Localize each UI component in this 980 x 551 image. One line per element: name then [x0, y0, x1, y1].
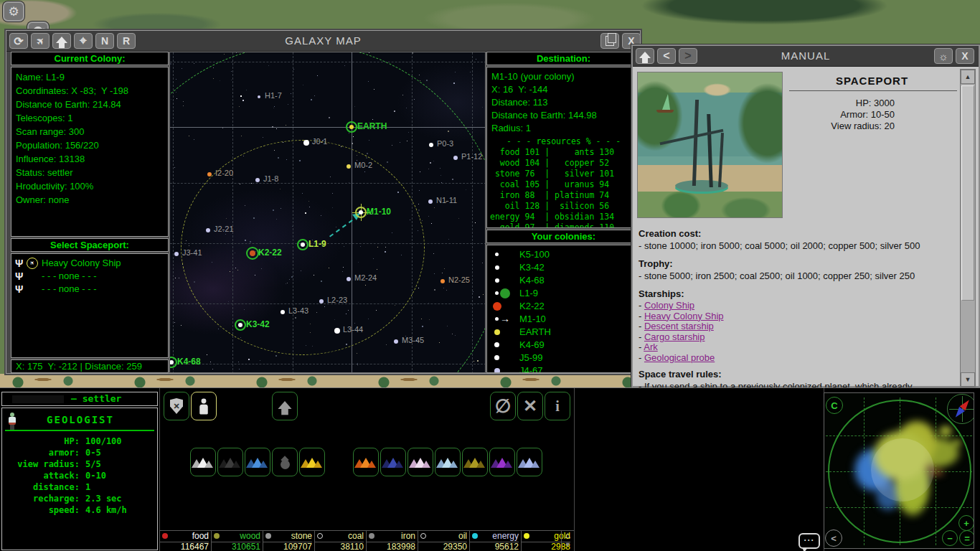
rotate-view-button[interactable]: ⟳	[9, 33, 28, 49]
colony-list-item[interactable]: EARTH	[487, 326, 640, 339]
unit-header-strip: – settler	[1, 392, 158, 406]
destination-info-line: Distance: 113	[487, 96, 640, 109]
names-toggle-button[interactable]: N	[95, 33, 114, 49]
colony-list-item[interactable]: J5-99	[487, 352, 640, 364]
cancel-order-button[interactable]: ∅	[490, 392, 516, 420]
minimap-zoom-out-button[interactable]: −	[942, 530, 958, 546]
star-system-dot	[258, 95, 260, 98]
resource-cell-coal: coal38110	[314, 531, 366, 551]
home-view-button[interactable]	[52, 33, 71, 49]
star	[182, 68, 182, 69]
ranges-toggle-button[interactable]: R	[117, 33, 136, 49]
map-label-i2-20: I2-20	[215, 169, 233, 177]
close-manual-button[interactable]: X	[956, 48, 974, 64]
goto-ship-button[interactable]: ✈	[31, 33, 50, 49]
scroll-down-button[interactable]: ▼	[961, 372, 975, 387]
colony-list-item[interactable]: L1-9	[487, 287, 640, 300]
manual-link-descent-starship[interactable]: Descent starship	[644, 321, 714, 331]
scroll-thumb[interactable]	[961, 85, 974, 301]
chat-button[interactable]: ···	[798, 533, 820, 549]
link-prefix: -	[639, 311, 644, 321]
unit-mode-button[interactable]	[191, 392, 217, 420]
crosshair-icon: ⌖	[80, 34, 87, 48]
minimap-zoom-in-button[interactable]: +	[958, 515, 974, 531]
deposit-button-1-3[interactable]	[245, 448, 270, 476]
restore-window-button[interactable]	[600, 33, 619, 49]
deposit-button-2-1[interactable]	[353, 448, 379, 476]
stat-value: 0-10	[80, 470, 106, 481]
manual-back-button[interactable]: <	[657, 48, 676, 64]
resource-label: wood	[240, 531, 260, 541]
scroll-up-button[interactable]: ▲	[961, 70, 975, 84]
settings-button[interactable]: ⚙	[3, 1, 24, 22]
dismiss-button[interactable]: ✕	[517, 392, 543, 420]
map-label-m3-45: M3-45	[402, 336, 424, 344]
mountains-icon	[301, 453, 324, 471]
colony-list-item[interactable]: →M1-10	[487, 313, 640, 326]
spaceport-slot-2[interactable]: Ψ- - - none - - -	[11, 270, 168, 283]
colony-list-item[interactable]: J4-67	[487, 364, 640, 373]
manual-window-titlebar[interactable]: MANUAL < > ☼ X	[633, 46, 979, 67]
resource-dot-iron	[369, 533, 374, 539]
resource-bar-scroll[interactable]: △ ▼	[561, 530, 574, 551]
colony-list-item[interactable]: K3-42	[487, 261, 640, 274]
manual-link-colony-ship[interactable]: Colony Ship	[644, 300, 694, 311]
triangle-up-icon[interactable]: △	[562, 530, 574, 540]
mountains-icon	[436, 453, 459, 471]
deposit-button-1-2[interactable]	[217, 448, 243, 476]
resource-cell-stone: stone109707	[263, 531, 314, 551]
manual-home-button[interactable]	[636, 48, 654, 64]
manual-link-cargo-starship[interactable]: Cargo starship	[644, 331, 705, 342]
spaceport-slot-3[interactable]: Ψ- - - none - - -	[11, 283, 168, 296]
deposit-button-2-4[interactable]	[435, 448, 461, 476]
deposit-button-1-1[interactable]	[190, 448, 216, 476]
colony-list-item[interactable]: K5-100	[487, 248, 640, 261]
spaceport-slot-1[interactable]: ΨHeavy Colony Ship	[11, 257, 168, 270]
colony-list-item[interactable]: K2-22	[487, 300, 640, 313]
deposit-button-2-6[interactable]	[489, 448, 515, 476]
map-label-k2-22: K2-22	[258, 248, 282, 258]
resource-value: 95612	[470, 542, 519, 551]
manual-hint-button[interactable]: ☼	[934, 48, 953, 64]
center-target-button[interactable]: ⌖	[74, 33, 93, 49]
resource-dot-oil	[420, 533, 426, 539]
info-button[interactable]: i	[545, 392, 570, 420]
stat-label: attack:	[5, 470, 80, 481]
unit-stat-row: armor:0-5	[5, 447, 156, 458]
star-system-dot	[429, 143, 433, 147]
resource-label: energy	[492, 531, 519, 541]
map-label-p0-3: P0-3	[437, 139, 453, 148]
manual-link-heavy-colony-ship[interactable]: Heavy Colony Ship	[644, 311, 724, 321]
manual-link-ark[interactable]: Ark	[644, 342, 658, 352]
manual-forward-button[interactable]: >	[679, 48, 697, 64]
deposit-button-1-4[interactable]	[272, 448, 298, 476]
minimap-panel[interactable]: C + − = <	[824, 392, 974, 549]
resource-dot-coal	[317, 533, 323, 539]
deposit-button-1-5[interactable]	[299, 448, 325, 476]
return-home-button[interactable]	[272, 392, 298, 420]
minimap-zoom-reset-button[interactable]: =	[959, 530, 974, 546]
manual-link-geological-probe[interactable]: Geological probe	[644, 352, 715, 363]
destination-info-line: Distance to Earth: 144.98	[487, 109, 640, 122]
resource-value: 116467	[160, 542, 209, 551]
manual-scrollbar[interactable]: ▲ ▼	[960, 69, 976, 387]
game-screen: ⚙ < > ⚑1⚑2⚑3⚑4⚑5⚑6⚑7⚑8⚑9⚑0 1234567890 ? …	[0, 0, 980, 551]
deposit-button-2-2[interactable]	[380, 448, 406, 476]
oil-droplet-icon	[281, 460, 290, 469]
minimap-collapse-button[interactable]: <	[825, 529, 842, 547]
compass[interactable]	[947, 394, 974, 424]
colony-list-item[interactable]: K4-68	[487, 274, 640, 287]
colony-list-item[interactable]: K4-69	[487, 339, 640, 352]
deposit-button-2-3[interactable]	[407, 448, 433, 476]
guard-mode-button[interactable]: ✕	[164, 392, 189, 420]
galaxy-map-area[interactable]: H1-7EARTHJ0-1P0-3P1-12M0-2I2-20J1-8N1-11…	[169, 52, 486, 373]
minimap-center-button[interactable]: C	[826, 397, 843, 414]
triangle-down-icon[interactable]: ▼	[562, 540, 574, 549]
unit-stat-row: recharge:2.3 sec	[5, 493, 156, 504]
galaxy-window-titlebar[interactable]: GALAXY MAP ⟳ ✈ ⌖ N R X	[6, 31, 640, 52]
resource-cell-iron: iron183998	[366, 531, 418, 551]
map-label-j3-41: J3-41	[182, 248, 202, 257]
star	[455, 72, 456, 72]
deposit-button-2-7[interactable]	[517, 448, 542, 476]
deposit-button-2-5[interactable]	[462, 448, 488, 476]
